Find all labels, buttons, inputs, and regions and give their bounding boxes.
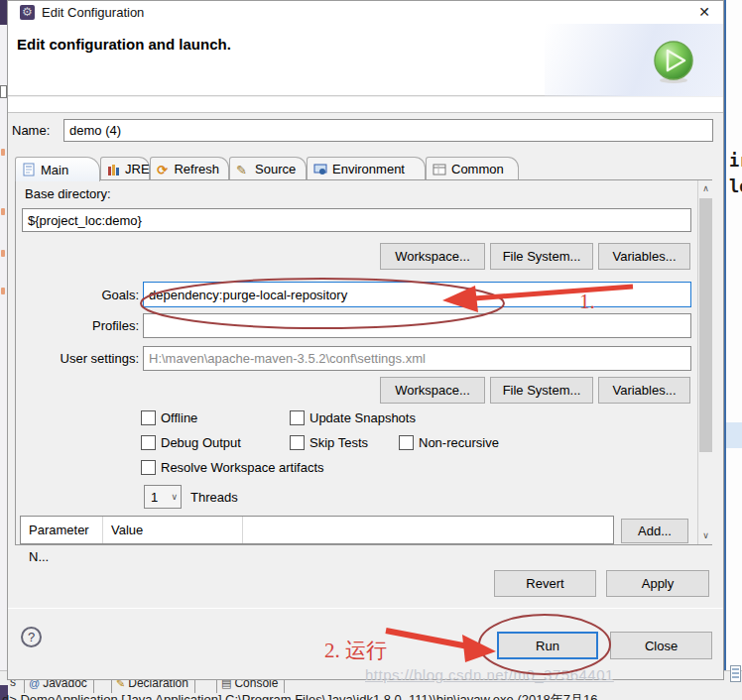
threads-select[interactable]: 1 ∨	[144, 485, 182, 509]
tab-main[interactable]: Main	[15, 157, 100, 181]
main-tab-panel: Base directory: Workspace... File System…	[15, 179, 712, 545]
tab-source-label: Source	[255, 162, 296, 176]
edit-configuration-dialog: ⚙ Edit Configuration ✕ Edit configuratio…	[7, 0, 724, 680]
name-label: Name:	[12, 119, 50, 142]
user-settings-label: User settings:	[18, 351, 139, 366]
footer-separator	[8, 608, 723, 609]
offline-checkbox[interactable]	[141, 410, 156, 425]
dialog-title: Edit Configuration	[42, 1, 144, 24]
editor-selection-band	[726, 422, 742, 448]
profiles-label: Profiles:	[18, 318, 139, 333]
chevron-down-icon: ∨	[171, 492, 181, 502]
column-header-value: Value	[103, 517, 243, 543]
non-recursive-checkbox-row: Non-recursive	[399, 435, 499, 450]
tab-refresh[interactable]: ⟳Refresh	[150, 157, 229, 180]
tab-environment[interactable]: Environment	[307, 157, 426, 180]
help-icon[interactable]: ?	[21, 627, 42, 647]
header-message: Edit configuration and launch.	[17, 36, 231, 53]
profiles-input[interactable]	[143, 313, 691, 338]
update-snapshots-checkbox-row: Update Snapshots	[290, 410, 416, 425]
scrollbar-thumb[interactable]	[699, 198, 712, 452]
column-header-parameter-name: Parameter N...	[21, 517, 103, 543]
background-left-ruler	[0, 0, 7, 700]
tab-main-label: Main	[41, 163, 68, 177]
skip-tests-checkbox[interactable]	[290, 435, 305, 450]
main-tab-icon	[22, 163, 37, 176]
workspace-button-2[interactable]: Workspace...	[380, 377, 485, 404]
environment-tab-icon	[313, 163, 328, 176]
variables-button[interactable]: Variables...	[598, 243, 690, 270]
panel-scrollbar[interactable]: ∧ ∨	[697, 180, 712, 544]
code-fragment: le	[729, 176, 742, 196]
ruler-mark	[1, 208, 5, 215]
threads-value: 1	[145, 490, 171, 505]
file-system-button-2[interactable]: File System...	[490, 377, 593, 404]
user-settings-input[interactable]	[143, 346, 691, 371]
tab-source[interactable]: ✎Source	[229, 157, 307, 180]
base-directory-label: Base directory:	[25, 186, 111, 201]
debug-output-label: Debug Output	[161, 435, 241, 450]
scroll-up-icon[interactable]: ∧	[698, 180, 713, 196]
source-tab-icon: ✎	[236, 163, 251, 176]
ruler-mark	[1, 250, 5, 257]
ruler-marker-box	[0, 85, 7, 98]
dialog-titlebar: ⚙ Edit Configuration ✕	[8, 1, 723, 24]
skip-tests-checkbox-row: Skip Tests	[290, 435, 368, 450]
goals-input[interactable]	[143, 282, 691, 307]
variables-button-2[interactable]: Variables...	[598, 377, 690, 404]
close-icon[interactable]: ✕	[692, 2, 716, 23]
header-spacer	[8, 97, 723, 113]
code-fragment: ir	[729, 151, 742, 171]
file-system-button[interactable]: File System...	[490, 243, 593, 270]
refresh-tab-icon: ⟳	[157, 163, 170, 176]
run-play-icon	[651, 40, 696, 88]
file-icon	[730, 665, 741, 682]
run-button[interactable]: Run	[497, 632, 598, 659]
dialog-header-banner: Edit configuration and launch.	[8, 24, 723, 96]
scroll-down-icon[interactable]: ∨	[698, 527, 713, 543]
parameter-table[interactable]: Parameter N... Value	[20, 516, 614, 544]
resolve-workspace-checkbox-row: Resolve Workspace artifacts	[141, 460, 324, 475]
background-editor: ir le	[724, 0, 742, 700]
close-button[interactable]: Close	[610, 632, 712, 659]
resolve-workspace-artifacts-checkbox[interactable]	[141, 460, 156, 475]
banner-gradient	[545, 24, 723, 96]
goals-label: Goals:	[18, 288, 139, 302]
debug-output-checkbox[interactable]	[141, 435, 156, 450]
update-snapshots-label: Update Snapshots	[309, 410, 416, 425]
tab-environment-label: Environment	[332, 162, 405, 176]
non-recursive-label: Non-recursive	[419, 435, 499, 450]
offline-label: Offline	[161, 410, 197, 425]
base-directory-input[interactable]	[22, 208, 691, 232]
revert-button[interactable]: Revert	[494, 570, 596, 597]
tab-jre[interactable]: JRE	[100, 157, 150, 180]
threads-label: Threads	[190, 490, 238, 505]
tab-refresh-label: Refresh	[174, 162, 219, 176]
update-snapshots-checkbox[interactable]	[290, 410, 305, 425]
jre-tab-icon	[107, 163, 121, 176]
skip-tests-label: Skip Tests	[309, 435, 368, 450]
apply-button[interactable]: Apply	[606, 570, 709, 597]
name-input[interactable]	[63, 119, 713, 142]
non-recursive-checkbox[interactable]	[399, 435, 414, 450]
common-tab-icon	[433, 163, 447, 176]
ruler-mark	[1, 288, 5, 294]
watermark: https://blog.csdn.net/m0_37564401	[365, 666, 614, 683]
tab-common[interactable]: Common	[426, 157, 519, 180]
screenshot-root: ir le s @Javadoc ✎Declaration ▤Console d…	[0, 0, 742, 700]
tab-jre-label: JRE	[125, 162, 150, 176]
offline-checkbox-row: Offline	[141, 410, 197, 425]
workspace-button[interactable]: Workspace...	[380, 243, 485, 270]
add-parameter-button[interactable]: Add...	[621, 519, 688, 543]
tab-common-label: Common	[451, 162, 504, 176]
background-titlebar-fragment	[0, 0, 7, 25]
ruler-mark	[1, 149, 5, 156]
run-configuration-gear-icon: ⚙	[20, 5, 35, 20]
console-text: d> DemoApplication [Java Application] C:…	[2, 691, 742, 700]
resolve-workspace-artifacts-label: Resolve Workspace artifacts	[161, 460, 324, 475]
debug-output-checkbox-row: Debug Output	[141, 435, 241, 450]
